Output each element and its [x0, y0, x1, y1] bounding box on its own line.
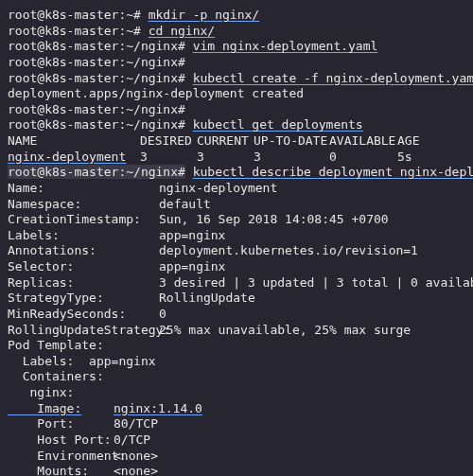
describe-command: kubectl describe deployment nginx-deploy…	[193, 165, 473, 179]
cmd-get: root@k8s-master:~/nginx# kubectl get dep…	[8, 117, 465, 133]
desc-namespace: Namespace:default	[8, 197, 465, 213]
desc-selector: Selector:app=nginx	[8, 259, 465, 275]
mkdir-command: mkdir -p nginx/	[149, 8, 259, 22]
create-output: deployment.apps/nginx-deployment created	[8, 86, 465, 102]
pod-hostport: Host Port:0/TCP	[8, 432, 465, 449]
cmd-mkdir: root@k8s-master:~# mkdir -p nginx/	[8, 8, 465, 24]
pod-mounts: Mounts:<none>	[8, 464, 465, 476]
desc-minready: MinReadySeconds:0	[8, 307, 465, 323]
pod-template-header: Pod Template:	[8, 338, 465, 354]
terminal-output: root@k8s-master:~# mkdir -p nginx/ root@…	[8, 8, 465, 476]
cmd-cd: root@k8s-master:~# cd nginx/	[8, 24, 465, 40]
desc-strategy: StrategyType:RollingUpdate	[8, 291, 465, 307]
vim-command: vim nginx-deployment.yaml	[193, 39, 378, 53]
desc-annotations: Annotations:deployment.kubernetes.io/rev…	[8, 243, 465, 259]
desc-replicas: Replicas:3 desired | 3 updated | 3 total…	[8, 275, 465, 291]
table-row: nginx-deployment33305s	[8, 150, 465, 166]
cd-command: cd nginx/	[149, 24, 215, 38]
create-command: kubectl create -f nginx-deployment.yaml	[193, 71, 473, 85]
desc-timestamp: CreationTimestamp:Sun, 16 Sep 2018 14:08…	[8, 212, 465, 228]
cmd-describe: root@k8s-master:~/nginx# kubectl describ…	[8, 165, 465, 181]
pod-port: Port:80/TCP	[8, 416, 465, 432]
get-command: kubectl get deployments	[193, 117, 363, 132]
pod-image: Image:nginx:1.14.0	[8, 401, 465, 417]
table-header: NAMEDESIREDCURRENTUP-TO-DATEAVAILABLEAGE	[8, 133, 465, 150]
pod-containers: Containers:	[8, 369, 465, 385]
cmd-create: root@k8s-master:~/nginx# kubectl create …	[8, 71, 465, 87]
prompt-blank-2: root@k8s-master:~/nginx#	[8, 102, 465, 118]
pod-labels: Labels: app=nginx	[8, 354, 465, 370]
pod-nginx: nginx:	[8, 385, 465, 401]
pod-env: Environment:<none>	[8, 449, 465, 465]
desc-labels: Labels:app=nginx	[8, 228, 465, 244]
desc-rollingupdate: RollingUpdateStrategy:25% max unavailabl…	[8, 323, 465, 339]
desc-name: Name:nginx-deployment	[8, 181, 465, 197]
cmd-vim: root@k8s-master:~/nginx# vim nginx-deplo…	[8, 39, 465, 55]
prompt-blank-1: root@k8s-master:~/nginx#	[8, 55, 465, 71]
